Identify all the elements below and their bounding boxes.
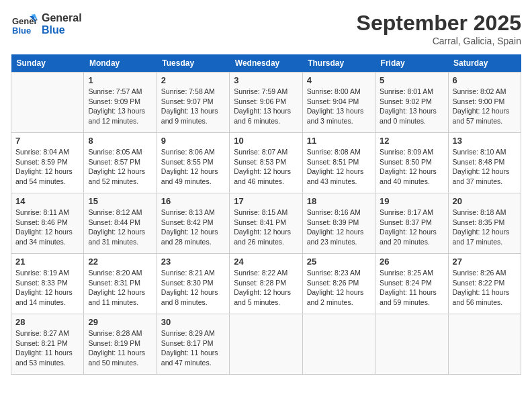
- logo-icon: General Blue: [11, 11, 38, 38]
- cell-info: Sunrise: 8:11 AM Sunset: 8:46 PM Dayligh…: [15, 208, 79, 247]
- cell-info: Sunrise: 8:26 AM Sunset: 8:22 PM Dayligh…: [453, 268, 517, 308]
- calendar-cell: 25Sunrise: 8:23 AM Sunset: 8:26 PM Dayli…: [302, 254, 375, 314]
- calendar-cell: 8Sunrise: 8:05 AM Sunset: 8:57 PM Daylig…: [84, 133, 157, 193]
- day-number: 19: [380, 196, 443, 206]
- day-number: 12: [380, 136, 443, 146]
- logo-line1: General: [42, 12, 82, 24]
- weekday-header-sunday: Sunday: [11, 54, 84, 73]
- day-number: 8: [88, 136, 152, 146]
- calendar-cell: 9Sunrise: 8:06 AM Sunset: 8:55 PM Daylig…: [157, 133, 229, 193]
- cell-info: Sunrise: 8:18 AM Sunset: 8:35 PM Dayligh…: [453, 208, 517, 247]
- day-number: 25: [307, 257, 371, 267]
- day-number: 11: [307, 136, 371, 146]
- logo: General Blue General Blue: [11, 11, 82, 38]
- cell-info: Sunrise: 7:57 AM Sunset: 9:09 PM Dayligh…: [88, 87, 152, 126]
- page-header: General Blue General Blue September 2025…: [11, 11, 521, 46]
- cell-info: Sunrise: 8:05 AM Sunset: 8:57 PM Dayligh…: [88, 147, 152, 187]
- calendar-cell: 18Sunrise: 8:16 AM Sunset: 8:39 PM Dayli…: [302, 193, 375, 254]
- title-block: September 2025 Carral, Galicia, Spain: [357, 11, 521, 46]
- cell-info: Sunrise: 7:58 AM Sunset: 9:07 PM Dayligh…: [161, 87, 225, 126]
- cell-info: Sunrise: 8:08 AM Sunset: 8:51 PM Dayligh…: [307, 147, 371, 187]
- calendar-cell: 2Sunrise: 7:58 AM Sunset: 9:07 PM Daylig…: [157, 73, 229, 133]
- day-number: 21: [15, 257, 79, 267]
- day-number: 10: [234, 136, 298, 146]
- cell-info: Sunrise: 8:16 AM Sunset: 8:39 PM Dayligh…: [307, 208, 371, 247]
- day-number: 1: [88, 75, 152, 85]
- calendar-cell: 15Sunrise: 8:12 AM Sunset: 8:44 PM Dayli…: [84, 193, 157, 254]
- day-number: 2: [161, 75, 225, 85]
- calendar-week-1: 1Sunrise: 7:57 AM Sunset: 9:09 PM Daylig…: [11, 73, 521, 133]
- day-number: 24: [234, 257, 298, 267]
- calendar-cell: 21Sunrise: 8:19 AM Sunset: 8:33 PM Dayli…: [11, 254, 84, 314]
- weekday-header-thursday: Thursday: [302, 54, 375, 73]
- calendar-cell: [375, 314, 448, 375]
- calendar-cell: 14Sunrise: 8:11 AM Sunset: 8:46 PM Dayli…: [11, 193, 84, 254]
- cell-info: Sunrise: 8:21 AM Sunset: 8:30 PM Dayligh…: [161, 268, 225, 308]
- calendar-cell: 16Sunrise: 8:13 AM Sunset: 8:42 PM Dayli…: [157, 193, 229, 254]
- calendar-cell: 24Sunrise: 8:22 AM Sunset: 8:28 PM Dayli…: [230, 254, 302, 314]
- day-number: 17: [234, 196, 298, 206]
- cell-info: Sunrise: 8:01 AM Sunset: 9:02 PM Dayligh…: [380, 87, 443, 126]
- cell-info: Sunrise: 8:00 AM Sunset: 9:04 PM Dayligh…: [307, 87, 371, 126]
- calendar-cell: 29Sunrise: 8:28 AM Sunset: 8:19 PM Dayli…: [84, 314, 157, 375]
- day-number: 5: [380, 75, 443, 85]
- cell-info: Sunrise: 8:25 AM Sunset: 8:24 PM Dayligh…: [380, 268, 443, 308]
- calendar-cell: [11, 73, 84, 133]
- calendar-cell: [448, 314, 521, 375]
- cell-info: Sunrise: 8:20 AM Sunset: 8:31 PM Dayligh…: [88, 268, 152, 308]
- day-number: 15: [88, 196, 152, 206]
- calendar-cell: 26Sunrise: 8:25 AM Sunset: 8:24 PM Dayli…: [375, 254, 448, 314]
- weekday-header-monday: Monday: [84, 54, 157, 73]
- cell-info: Sunrise: 8:09 AM Sunset: 8:50 PM Dayligh…: [380, 147, 443, 187]
- day-number: 23: [161, 257, 225, 267]
- cell-info: Sunrise: 8:06 AM Sunset: 8:55 PM Dayligh…: [161, 147, 225, 187]
- logo-line2: Blue: [42, 24, 82, 36]
- day-number: 7: [15, 136, 79, 146]
- day-number: 30: [161, 317, 225, 327]
- calendar-cell: 30Sunrise: 8:29 AM Sunset: 8:17 PM Dayli…: [157, 314, 229, 375]
- calendar-week-2: 7Sunrise: 8:04 AM Sunset: 8:59 PM Daylig…: [11, 133, 521, 193]
- weekday-header-saturday: Saturday: [448, 54, 521, 73]
- cell-info: Sunrise: 8:19 AM Sunset: 8:33 PM Dayligh…: [15, 268, 79, 308]
- cell-info: Sunrise: 8:04 AM Sunset: 8:59 PM Dayligh…: [15, 147, 79, 187]
- day-number: 14: [15, 196, 79, 206]
- cell-info: Sunrise: 8:07 AM Sunset: 8:53 PM Dayligh…: [234, 147, 298, 187]
- calendar-cell: 22Sunrise: 8:20 AM Sunset: 8:31 PM Dayli…: [84, 254, 157, 314]
- cell-info: Sunrise: 8:28 AM Sunset: 8:19 PM Dayligh…: [88, 328, 152, 368]
- day-number: 3: [234, 75, 298, 85]
- day-number: 4: [307, 75, 371, 85]
- calendar-cell: 3Sunrise: 7:59 AM Sunset: 9:06 PM Daylig…: [230, 73, 302, 133]
- calendar-cell: 5Sunrise: 8:01 AM Sunset: 9:02 PM Daylig…: [375, 73, 448, 133]
- cell-info: Sunrise: 7:59 AM Sunset: 9:06 PM Dayligh…: [234, 87, 298, 126]
- svg-text:Blue: Blue: [12, 26, 31, 36]
- calendar-cell: 7Sunrise: 8:04 AM Sunset: 8:59 PM Daylig…: [11, 133, 84, 193]
- month-title: September 2025: [357, 11, 521, 36]
- cell-info: Sunrise: 8:13 AM Sunset: 8:42 PM Dayligh…: [161, 208, 225, 247]
- day-number: 29: [88, 317, 152, 327]
- location: Carral, Galicia, Spain: [357, 36, 521, 46]
- calendar-cell: 1Sunrise: 7:57 AM Sunset: 9:09 PM Daylig…: [84, 73, 157, 133]
- day-number: 13: [453, 136, 517, 146]
- day-number: 28: [15, 317, 79, 327]
- cell-info: Sunrise: 8:27 AM Sunset: 8:21 PM Dayligh…: [15, 328, 79, 368]
- calendar-cell: 23Sunrise: 8:21 AM Sunset: 8:30 PM Dayli…: [157, 254, 229, 314]
- cell-info: Sunrise: 8:29 AM Sunset: 8:17 PM Dayligh…: [161, 328, 225, 368]
- cell-info: Sunrise: 8:22 AM Sunset: 8:28 PM Dayligh…: [234, 268, 298, 308]
- cell-info: Sunrise: 8:02 AM Sunset: 9:00 PM Dayligh…: [453, 87, 517, 126]
- calendar-cell: 28Sunrise: 8:27 AM Sunset: 8:21 PM Dayli…: [11, 314, 84, 375]
- calendar-week-5: 28Sunrise: 8:27 AM Sunset: 8:21 PM Dayli…: [11, 314, 521, 375]
- calendar-cell: [302, 314, 375, 375]
- calendar-cell: 4Sunrise: 8:00 AM Sunset: 9:04 PM Daylig…: [302, 73, 375, 133]
- weekday-header-tuesday: Tuesday: [157, 54, 229, 73]
- cell-info: Sunrise: 8:17 AM Sunset: 8:37 PM Dayligh…: [380, 208, 443, 247]
- calendar-cell: 6Sunrise: 8:02 AM Sunset: 9:00 PM Daylig…: [448, 73, 521, 133]
- calendar-cell: 11Sunrise: 8:08 AM Sunset: 8:51 PM Dayli…: [302, 133, 375, 193]
- day-number: 6: [453, 75, 517, 85]
- cell-info: Sunrise: 8:15 AM Sunset: 8:41 PM Dayligh…: [234, 208, 298, 247]
- calendar-cell: 27Sunrise: 8:26 AM Sunset: 8:22 PM Dayli…: [448, 254, 521, 314]
- cell-info: Sunrise: 8:10 AM Sunset: 8:48 PM Dayligh…: [453, 147, 517, 187]
- calendar-cell: 20Sunrise: 8:18 AM Sunset: 8:35 PM Dayli…: [448, 193, 521, 254]
- day-number: 22: [88, 257, 152, 267]
- calendar-cell: 12Sunrise: 8:09 AM Sunset: 8:50 PM Dayli…: [375, 133, 448, 193]
- day-number: 27: [453, 257, 517, 267]
